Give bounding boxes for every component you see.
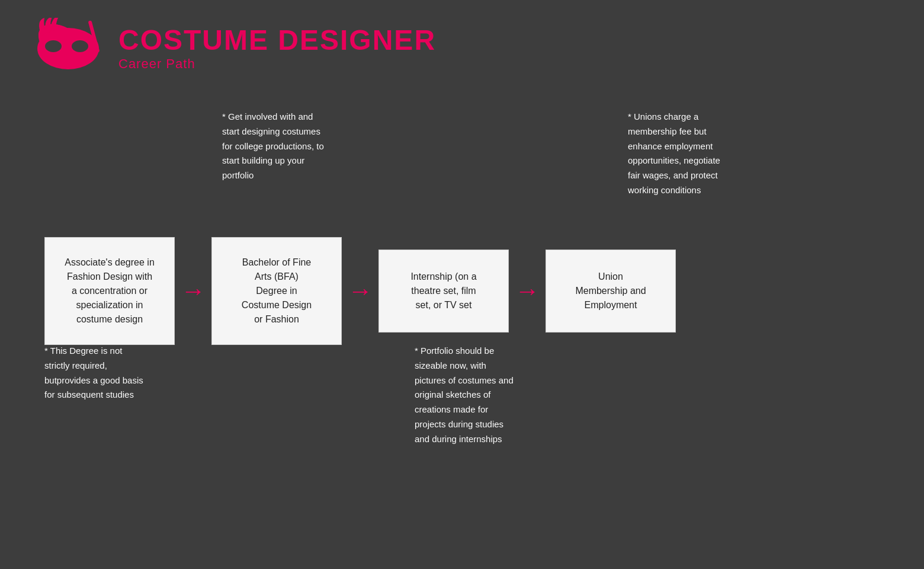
note-above-bfa-text: * Get involved with and start designing … <box>222 111 324 180</box>
mask-icon <box>36 18 107 77</box>
step-union-text: Union Membership and Employment <box>575 270 646 312</box>
step-associates: Associate's degree in Fashion Design wit… <box>44 237 175 345</box>
arrow-3: → <box>515 279 540 303</box>
note-below-internship: * Portfolio should be sizeable now, with… <box>415 344 514 446</box>
header-text: COSTUME DESIGNER Career Path <box>118 24 436 72</box>
arrow-2: → <box>348 279 373 303</box>
svg-point-1 <box>45 40 62 52</box>
note-above-bfa: * Get involved with and start designing … <box>222 110 324 183</box>
note-above-union: * Unions charge a membership fee but enh… <box>628 110 720 198</box>
page-title-main: COSTUME DESIGNER <box>118 24 436 56</box>
step-internship-text: Internship (on a theatre set, film set, … <box>410 270 476 312</box>
header: COSTUME DESIGNER Career Path <box>0 0 924 95</box>
page-title-sub: Career Path <box>118 56 436 72</box>
step-internship: Internship (on a theatre set, film set, … <box>378 250 509 333</box>
steps-row: Associate's degree in Fashion Design wit… <box>44 237 900 345</box>
career-path: * Get involved with and start designing … <box>0 110 924 569</box>
step-bfa: Bachelor of Fine Arts (BFA) Degree in Co… <box>211 237 342 345</box>
note-above-union-text: * Unions charge a membership fee but enh… <box>628 111 720 195</box>
note-below-associates-text: * This Degree is not strictly required, … <box>44 346 143 399</box>
svg-point-2 <box>72 40 88 52</box>
note-below-internship-text: * Portfolio should be sizeable now, with… <box>415 346 514 444</box>
step-associates-text: Associate's degree in Fashion Design wit… <box>65 255 155 327</box>
note-below-associates: * This Degree is not strictly required, … <box>44 344 143 402</box>
step-union: Union Membership and Employment <box>546 250 676 333</box>
arrow-1: → <box>181 279 206 303</box>
step-bfa-text: Bachelor of Fine Arts (BFA) Degree in Co… <box>242 255 312 327</box>
